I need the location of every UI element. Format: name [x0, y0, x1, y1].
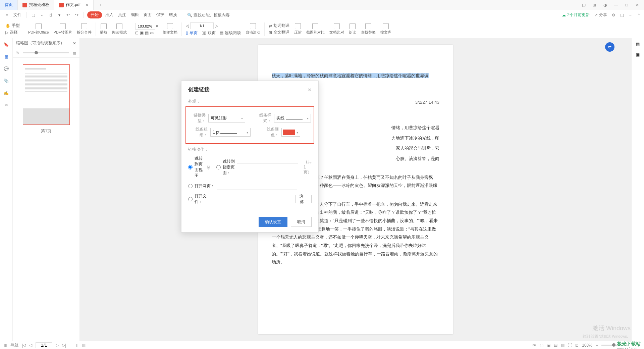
undo-icon[interactable]: ↶: [65, 13, 71, 17]
open-file-input[interactable]: [216, 195, 293, 203]
thumb-rotate-icon[interactable]: ↻: [16, 51, 19, 55]
tool-read[interactable]: 朗读: [347, 23, 358, 35]
radio-open-url[interactable]: [188, 184, 193, 188]
float-translate-icon[interactable]: ⇄: [605, 42, 614, 52]
single-page-icon[interactable]: ▯: [186, 31, 188, 35]
grid-icon[interactable]: ⊞: [591, 3, 598, 7]
first-page-icon[interactable]: |◁: [22, 343, 26, 348]
minimize-icon[interactable]: —: [612, 3, 619, 7]
tool-autoscroll[interactable]: 自动滚动: [244, 23, 262, 35]
eye-icon[interactable]: 👁: [532, 343, 536, 348]
view-mode-3-icon[interactable]: ▤: [554, 343, 557, 348]
tool-hand[interactable]: ✋手型: [5, 23, 20, 29]
user-icon[interactable]: ◑: [602, 3, 608, 7]
maximize-icon[interactable]: □: [623, 3, 630, 7]
link-type-combo[interactable]: 可见矩形▾: [208, 114, 245, 122]
tab-templates[interactable]: 找稻壳模板: [18, 0, 54, 10]
browse-button[interactable]: 浏览: [295, 195, 312, 203]
save-icon[interactable]: ▫: [39, 13, 45, 17]
menu-file[interactable]: 文件: [12, 12, 23, 18]
menu-start[interactable]: 开始: [87, 11, 102, 18]
radio-open-file[interactable]: [188, 197, 193, 201]
sign-icon[interactable]: ✍: [3, 90, 9, 96]
crop-icon[interactable]: ▤: [145, 31, 149, 35]
menu-insert[interactable]: 插入: [104, 12, 115, 18]
continuous-icon[interactable]: ▤: [220, 31, 223, 35]
fit-icon[interactable]: ⊡: [575, 343, 579, 348]
fit-page-icon[interactable]: ▣: [140, 31, 144, 35]
zoom-control[interactable]: ▾: [135, 23, 158, 30]
comment-icon[interactable]: 💬: [3, 66, 9, 72]
collapse-icon[interactable]: ⌃: [637, 13, 641, 17]
feedback-icon[interactable]: ▢: [620, 13, 624, 17]
update-status[interactable]: ☁2个月前更新: [562, 12, 590, 18]
tool-select[interactable]: ▷选择: [5, 30, 20, 35]
tool-rotate[interactable]: 旋转文档: [161, 23, 179, 35]
thumbs-icon[interactable]: ▦: [3, 54, 9, 60]
tool-pdf2office[interactable]: PDF转Office: [26, 23, 51, 35]
page-input[interactable]: [190, 22, 214, 29]
line-color-swatch[interactable]: ▾: [281, 128, 300, 137]
tool-readmode[interactable]: 阅读模式: [110, 23, 129, 35]
radio-goto-page[interactable]: [216, 165, 221, 169]
next-page-icon[interactable]: ▷: [215, 23, 218, 28]
thumb-size-slider[interactable]: [23, 52, 69, 53]
tab-home[interactable]: 首页: [0, 0, 18, 10]
gear-icon[interactable]: ⚙: [612, 13, 615, 17]
view-mode-4-icon[interactable]: ▥: [561, 343, 565, 348]
bookmark-icon[interactable]: 🔖: [3, 42, 9, 48]
open-icon[interactable]: ▢: [30, 13, 37, 17]
print-icon[interactable]: ⎙: [47, 13, 54, 17]
tool-compress[interactable]: 压缩: [292, 23, 304, 35]
thumb-grid-icon[interactable]: ▦: [72, 51, 76, 55]
menu-convert[interactable]: 转换: [168, 12, 178, 18]
tool-textcmp[interactable]: 文档比对: [327, 23, 346, 35]
panel-close-icon[interactable]: ✕: [73, 41, 76, 46]
window-close-icon[interactable]: ✕: [634, 3, 641, 7]
line-style-combo[interactable]: 实线 ▾: [274, 114, 311, 122]
cancel-button[interactable]: 取消: [291, 217, 312, 227]
goto-page-input[interactable]: [237, 163, 298, 171]
tab-new[interactable]: ＋: [94, 0, 107, 10]
tool-wordtrans[interactable]: ⇄划词翻译: [269, 23, 289, 29]
zoom-input[interactable]: [135, 23, 155, 30]
right-tool-1-icon[interactable]: ▤: [636, 42, 640, 46]
next-page-icon[interactable]: ▷: [56, 343, 59, 348]
radio-goto-view[interactable]: [188, 165, 193, 169]
tab-document[interactable]: 作文.pdf ✕: [54, 0, 94, 10]
view-single-icon[interactable]: ▯: [76, 343, 78, 348]
view-mode-1-icon[interactable]: ▢: [540, 343, 543, 348]
last-page-icon[interactable]: ▷|: [62, 343, 66, 348]
tool-screenshot[interactable]: 截图和对比: [304, 23, 327, 35]
menu-annotate[interactable]: 批注: [117, 12, 127, 18]
fullscreen-icon[interactable]: ⛶: [568, 343, 572, 348]
tool-findreplace[interactable]: 查找替换: [359, 23, 378, 35]
prev-page-icon[interactable]: ◁: [29, 343, 32, 348]
layers-icon[interactable]: ≋: [3, 102, 9, 108]
tool-fulltrans[interactable]: ⊞全文翻译: [269, 30, 289, 35]
close-icon[interactable]: ✕: [85, 3, 89, 7]
line-width-combo[interactable]: 1 pt ▾: [210, 128, 251, 137]
right-tool-2-icon[interactable]: ▣: [636, 52, 640, 57]
attachment-icon[interactable]: 📎: [3, 78, 9, 84]
marquee-icon[interactable]: ▭: [150, 31, 154, 35]
redo-icon[interactable]: ↷: [73, 13, 80, 17]
tool-library[interactable]: 搜文库: [378, 23, 393, 35]
menu-page[interactable]: 页面: [142, 12, 153, 18]
fit-width-icon[interactable]: ⊡: [135, 31, 139, 35]
help-icon[interactable]: ?: [207, 165, 210, 169]
document-area[interactable]: 秋天，落叶满地，冷寂的秋雨肆意地宣泄着它的情绪，用悲凉给这个喧嚣的世界调 色 3…: [80, 38, 631, 341]
tool-play[interactable]: 播放: [98, 23, 109, 35]
more-icon[interactable]: ⋯: [629, 13, 633, 17]
search-box[interactable]: 🔍: [187, 13, 240, 17]
view-double-icon[interactable]: ▯▯: [82, 343, 87, 348]
zoom-out-icon[interactable]: −: [596, 343, 598, 348]
layout-icon[interactable]: ▢: [580, 3, 587, 7]
share-button[interactable]: ↗分享: [594, 12, 607, 18]
double-page-icon[interactable]: ▯▯: [202, 31, 206, 35]
selected-text[interactable]: 秋天，落叶满地，冷寂的秋雨肆意地宣泄着它的情绪，用悲凉给这个喧嚣的世界调: [272, 73, 429, 78]
menu-protect[interactable]: 保护: [155, 12, 166, 18]
open-url-input[interactable]: [217, 182, 297, 190]
confirm-button[interactable]: 确认设置: [259, 217, 287, 227]
menu-edit[interactable]: 编辑: [129, 12, 140, 18]
